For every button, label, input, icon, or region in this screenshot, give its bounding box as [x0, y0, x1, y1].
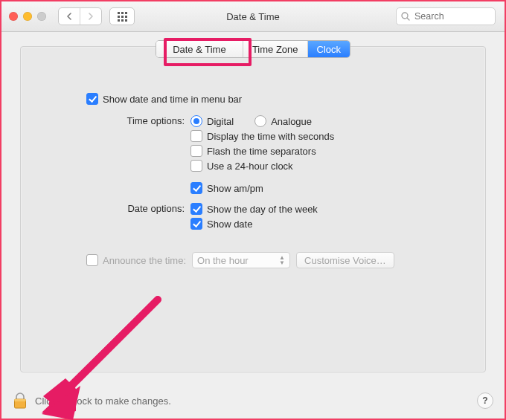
date-options-label: Date options:: [80, 203, 190, 214]
use-24hr-checkbox[interactable]: [190, 160, 202, 172]
back-button[interactable]: [59, 8, 80, 25]
chevron-left-icon: [66, 13, 72, 20]
window-zoom-button: [37, 12, 46, 21]
tab-date-time[interactable]: Date & Time: [156, 41, 243, 57]
flash-separators-checkbox[interactable]: [190, 145, 202, 157]
tab-clock[interactable]: Clock: [307, 41, 350, 57]
show-all-button[interactable]: [109, 7, 135, 25]
show-day-of-week-checkbox[interactable]: [190, 203, 202, 215]
flash-separators-label: Flash the time separators: [207, 146, 316, 157]
show-day-of-week-label: Show the day of the week: [207, 204, 318, 215]
show-date-checkbox[interactable]: [190, 218, 202, 230]
show-ampm-checkbox[interactable]: [190, 182, 202, 194]
nav-back-forward: [58, 7, 102, 25]
display-seconds-checkbox[interactable]: [190, 130, 202, 142]
popup-arrows-icon: ▲▼: [279, 255, 285, 265]
tab-segmented-control: Date & Time Time Zone Clock: [156, 40, 350, 58]
search-field[interactable]: [396, 7, 496, 25]
show-menubar-label: Show date and time in menu bar: [103, 94, 242, 105]
titlebar: Date & Time: [1, 1, 505, 32]
time-format-digital-radio[interactable]: [190, 115, 202, 127]
customise-voice-label: Customise Voice…: [304, 255, 386, 266]
time-format-digital-label: Digital: [207, 116, 234, 127]
use-24hr-label: Use a 24-hour clock: [207, 161, 293, 172]
announce-time-label: Announce the time:: [103, 255, 186, 266]
show-ampm-label: Show am/pm: [207, 183, 263, 194]
svg-rect-7: [15, 399, 26, 401]
announce-interval-value: On the hour: [197, 255, 249, 266]
display-seconds-label: Display the time with seconds: [207, 131, 334, 142]
window-minimize-button[interactable]: [23, 12, 32, 21]
time-format-analogue-radio[interactable]: [254, 115, 266, 127]
time-options-label: Time options:: [80, 115, 190, 126]
window-close-button[interactable]: [9, 12, 18, 21]
forward-button[interactable]: [80, 8, 101, 25]
search-input[interactable]: [413, 10, 490, 22]
announce-interval-popup: On the hour ▲▼: [192, 252, 290, 268]
announce-time-checkbox[interactable]: [86, 254, 98, 266]
time-format-analogue-label: Analogue: [271, 116, 312, 127]
help-button[interactable]: ?: [477, 392, 493, 409]
lock-icon[interactable]: [13, 392, 28, 410]
customise-voice-button: Customise Voice…: [296, 252, 394, 268]
show-menubar-checkbox[interactable]: [86, 93, 98, 105]
chevron-right-icon: [88, 13, 94, 20]
lock-hint-text: Click the lock to make changes.: [35, 395, 171, 407]
grid-icon: [118, 12, 127, 22]
tab-time-zone[interactable]: Time Zone: [243, 41, 307, 57]
search-icon: [401, 12, 410, 21]
show-date-label: Show date: [207, 219, 252, 230]
content-panel: Show date and time in menu bar Time opti…: [20, 46, 486, 372]
svg-line-1: [407, 18, 409, 20]
